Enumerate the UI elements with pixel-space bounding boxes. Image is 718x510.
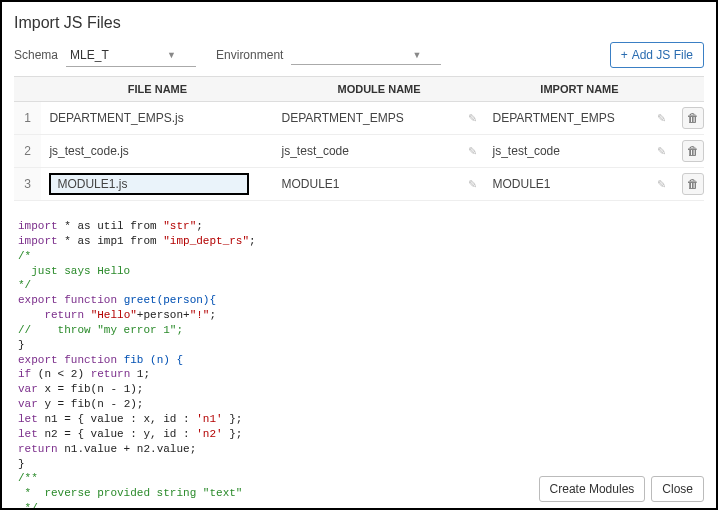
col-header-import: IMPORT NAME (485, 77, 675, 102)
delete-row-button[interactable]: 🗑 (682, 140, 704, 162)
close-button[interactable]: Close (651, 476, 704, 502)
schema-select[interactable]: MLE_T ▼ (66, 44, 196, 67)
environment-select[interactable]: ▼ (291, 46, 441, 65)
col-header-num (14, 77, 41, 102)
row-number: 2 (14, 135, 41, 168)
file-name-cell[interactable]: DEPARTMENT_EMPS.js (49, 111, 183, 125)
environment-label: Environment (216, 48, 283, 62)
plus-icon: + (621, 48, 628, 62)
files-table: FILE NAME MODULE NAME IMPORT NAME 1 DEPA… (14, 76, 704, 201)
code-preview: import * as util from "str"; import * as… (14, 219, 704, 510)
pencil-icon[interactable]: ✎ (657, 178, 666, 191)
file-name-cell[interactable]: js_test_code.js (49, 144, 128, 158)
dialog-title: Import JS Files (14, 10, 704, 42)
pencil-icon[interactable]: ✎ (468, 145, 477, 158)
dialog-footer: Create Modules Close (539, 476, 704, 502)
module-name-cell[interactable]: DEPARTMENT_EMPS (282, 111, 404, 125)
col-header-file: FILE NAME (41, 77, 273, 102)
module-name-cell[interactable]: js_test_code (282, 144, 349, 158)
pencil-icon[interactable]: ✎ (468, 178, 477, 191)
pencil-icon[interactable]: ✎ (657, 145, 666, 158)
import-name-cell[interactable]: DEPARTMENT_EMPS (493, 111, 615, 125)
import-name-cell[interactable]: js_test_code (493, 144, 560, 158)
trash-icon: 🗑 (687, 111, 699, 125)
pencil-icon[interactable]: ✎ (657, 112, 666, 125)
delete-row-button[interactable]: 🗑 (682, 107, 704, 129)
col-header-actions (674, 77, 704, 102)
import-name-cell[interactable]: MODULE1 (493, 177, 551, 191)
chevron-down-icon: ▼ (167, 50, 176, 60)
table-row[interactable]: 3 MODULE1.js MODULE1✎ MODULE1✎ 🗑 (14, 168, 704, 201)
add-button-label: Add JS File (632, 48, 693, 62)
trash-icon: 🗑 (687, 177, 699, 191)
module-name-cell[interactable]: MODULE1 (282, 177, 340, 191)
row-number: 1 (14, 102, 41, 135)
pencil-icon[interactable]: ✎ (468, 112, 477, 125)
schema-label: Schema (14, 48, 58, 62)
create-modules-button[interactable]: Create Modules (539, 476, 646, 502)
file-name-cell-selected[interactable]: MODULE1.js (49, 173, 249, 195)
table-row[interactable]: 1 DEPARTMENT_EMPS.js DEPARTMENT_EMPS✎ DE… (14, 102, 704, 135)
row-number: 3 (14, 168, 41, 201)
add-js-file-button[interactable]: + Add JS File (610, 42, 704, 68)
trash-icon: 🗑 (687, 144, 699, 158)
controls-row: Schema MLE_T ▼ Environment ▼ + Add JS Fi… (14, 42, 704, 68)
table-row[interactable]: 2 js_test_code.js js_test_code✎ js_test_… (14, 135, 704, 168)
chevron-down-icon: ▼ (412, 50, 421, 60)
col-header-module: MODULE NAME (274, 77, 485, 102)
schema-value: MLE_T (70, 48, 109, 62)
delete-row-button[interactable]: 🗑 (682, 173, 704, 195)
